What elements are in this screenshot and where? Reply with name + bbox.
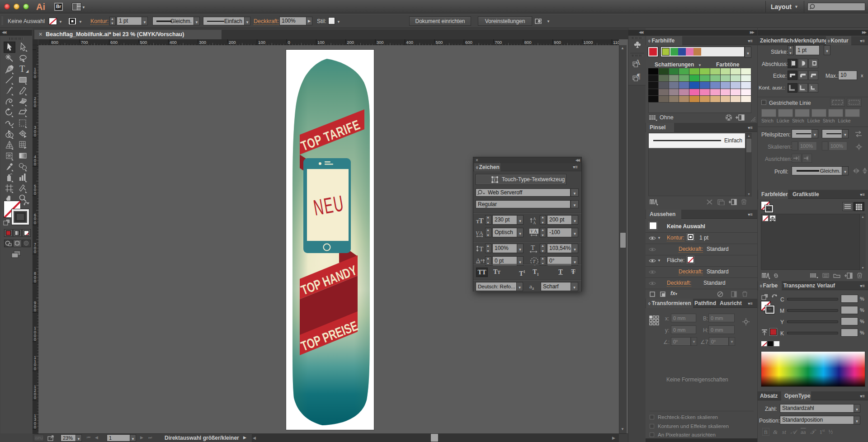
svg-text:0: 0 [34,367,36,371]
svg-text:400: 400 [406,40,413,45]
svg-text:A: A [533,221,536,225]
svg-text:200: 200 [347,40,354,45]
svg-text:0: 0 [34,221,36,225]
svg-text:200: 200 [229,40,236,45]
svg-text:100: 100 [258,40,265,45]
svg-text:a: a [481,258,482,262]
svg-text:0: 0 [34,133,36,137]
svg-text:0: 0 [34,279,36,283]
svg-text:900: 900 [554,40,561,45]
svg-text:800: 800 [524,40,532,45]
svg-text:1100: 1100 [613,40,619,45]
svg-text:0: 0 [34,308,36,312]
svg-text:A: A [534,229,538,234]
svg-text:400: 400 [170,40,177,45]
svg-text:300: 300 [377,40,384,45]
svg-text:500: 500 [436,40,443,45]
svg-text:700: 700 [81,40,88,45]
svg-text:0: 0 [34,395,36,400]
svg-text:0: 0 [34,162,36,166]
svg-text:0: 0 [34,103,36,108]
svg-text:700: 700 [495,40,502,45]
svg-text:1000: 1000 [584,40,593,45]
svg-text:500: 500 [140,40,147,45]
svg-text:A: A [479,230,483,236]
svg-text:NEU: NEU [311,190,346,221]
svg-text:600: 600 [465,40,472,45]
svg-text:100: 100 [317,40,325,45]
svg-text:T: T [493,178,496,182]
svg-text:0: 0 [34,425,36,429]
svg-text:0: 0 [34,75,36,79]
svg-text:600: 600 [110,40,118,45]
svg-text:T: T [479,245,483,253]
svg-text:0: 0 [34,191,36,196]
svg-text:T: T [533,259,536,264]
svg-text:A: A [476,257,481,263]
svg-text:T: T [479,217,484,225]
svg-text:T: T [531,244,535,251]
svg-text:0: 0 [34,249,36,254]
svg-text:800: 800 [51,40,58,45]
svg-text:0: 0 [34,337,36,342]
svg-text:300: 300 [199,40,206,45]
svg-text:0: 0 [288,40,290,45]
